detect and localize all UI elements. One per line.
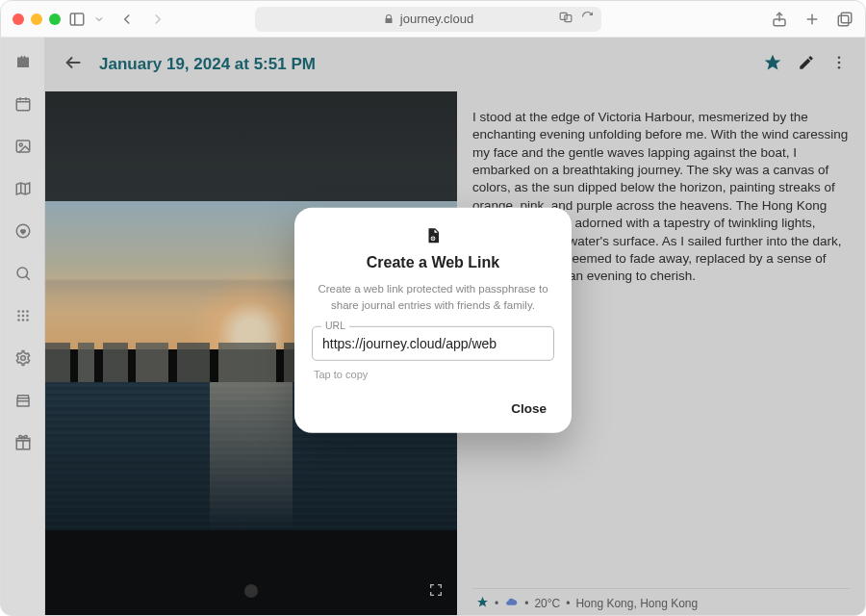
translate-icon[interactable] xyxy=(558,11,573,27)
svg-point-19 xyxy=(17,268,28,278)
svg-point-29 xyxy=(26,319,28,321)
window-controls xyxy=(13,13,61,25)
new-tab-icon[interactable] xyxy=(803,11,821,28)
svg-rect-7 xyxy=(841,13,852,23)
sep: • xyxy=(524,597,528,610)
entry-status-bar: • • 20°C • Hong Kong, Hong Kong xyxy=(472,588,850,616)
url-field[interactable] xyxy=(312,326,554,361)
app: January 19, 2024 at 5:51 PM xyxy=(1,38,865,616)
svg-rect-0 xyxy=(70,13,84,25)
close-button[interactable]: Close xyxy=(503,396,554,422)
close-window[interactable] xyxy=(13,13,24,25)
search-icon[interactable] xyxy=(14,265,32,286)
entry-header: January 19, 2024 at 5:51 PM xyxy=(45,38,865,91)
svg-rect-3 xyxy=(565,15,572,22)
svg-point-14 xyxy=(19,143,22,146)
chevron-down-icon[interactable] xyxy=(93,11,105,28)
back-icon[interactable] xyxy=(118,11,136,28)
svg-marker-15 xyxy=(16,183,30,194)
svg-point-26 xyxy=(26,315,28,317)
briefcase-icon[interactable] xyxy=(14,53,32,74)
svg-point-39 xyxy=(838,62,841,64)
sep: • xyxy=(495,597,498,610)
create-web-link-modal: Create a Web Link Create a web link prot… xyxy=(294,208,572,433)
svg-point-30 xyxy=(20,356,25,361)
image-icon[interactable] xyxy=(14,138,32,159)
more-icon[interactable] xyxy=(830,54,848,75)
heart-icon[interactable] xyxy=(14,222,32,244)
svg-rect-13 xyxy=(16,141,30,152)
url-text: journey.cloud xyxy=(400,12,473,26)
tap-to-copy-hint[interactable]: Tap to copy xyxy=(314,369,552,380)
status-location: Hong Kong, Hong Kong xyxy=(575,597,698,610)
svg-point-23 xyxy=(26,310,28,312)
tabs-icon[interactable] xyxy=(836,11,853,28)
svg-rect-8 xyxy=(838,15,849,26)
svg-point-38 xyxy=(838,56,841,59)
svg-rect-2 xyxy=(560,13,567,19)
svg-point-42 xyxy=(431,236,436,241)
store-icon[interactable] xyxy=(14,392,32,413)
svg-point-21 xyxy=(17,310,19,312)
minimize-window[interactable] xyxy=(31,13,42,25)
modal-description: Create a web link protected with passphr… xyxy=(318,281,548,313)
back-arrow-icon[interactable] xyxy=(63,52,84,77)
svg-point-40 xyxy=(838,66,841,69)
reload-icon[interactable] xyxy=(581,11,594,27)
lock-icon xyxy=(383,13,395,25)
sidebar-toggle-icon[interactable] xyxy=(68,11,86,28)
browser-toolbar: journey.cloud xyxy=(1,1,865,38)
apps-icon[interactable] xyxy=(14,307,32,328)
calendar-icon[interactable] xyxy=(14,95,32,116)
gift-icon[interactable] xyxy=(14,434,32,455)
forward-icon[interactable] xyxy=(149,11,166,28)
zoom-window[interactable] xyxy=(49,13,61,25)
svg-line-20 xyxy=(26,276,30,280)
svg-point-28 xyxy=(21,319,23,321)
svg-point-24 xyxy=(17,315,19,317)
pager-dot[interactable] xyxy=(244,584,258,598)
sidebar xyxy=(1,38,45,616)
svg-rect-9 xyxy=(16,99,30,111)
sep: • xyxy=(566,597,570,610)
edit-icon[interactable] xyxy=(798,54,815,75)
status-star-icon xyxy=(476,596,489,611)
svg-marker-37 xyxy=(765,55,781,70)
status-temperature: 20°C xyxy=(534,597,560,610)
svg-point-25 xyxy=(21,315,23,317)
svg-point-22 xyxy=(21,310,23,312)
svg-rect-31 xyxy=(17,398,29,406)
gear-icon[interactable] xyxy=(14,349,32,371)
file-link-icon xyxy=(424,227,442,246)
modal-title: Create a Web Link xyxy=(312,254,554,271)
url-field-label: URL xyxy=(321,320,349,331)
star-icon[interactable] xyxy=(763,53,782,76)
entry-title: January 19, 2024 at 5:51 PM xyxy=(99,55,316,74)
svg-marker-41 xyxy=(477,597,488,606)
map-icon[interactable] xyxy=(14,180,32,201)
fullscreen-icon[interactable] xyxy=(428,582,444,602)
address-bar[interactable]: journey.cloud xyxy=(255,7,601,32)
share-icon[interactable] xyxy=(771,11,788,28)
svg-point-27 xyxy=(17,319,19,321)
weather-icon xyxy=(504,596,519,611)
